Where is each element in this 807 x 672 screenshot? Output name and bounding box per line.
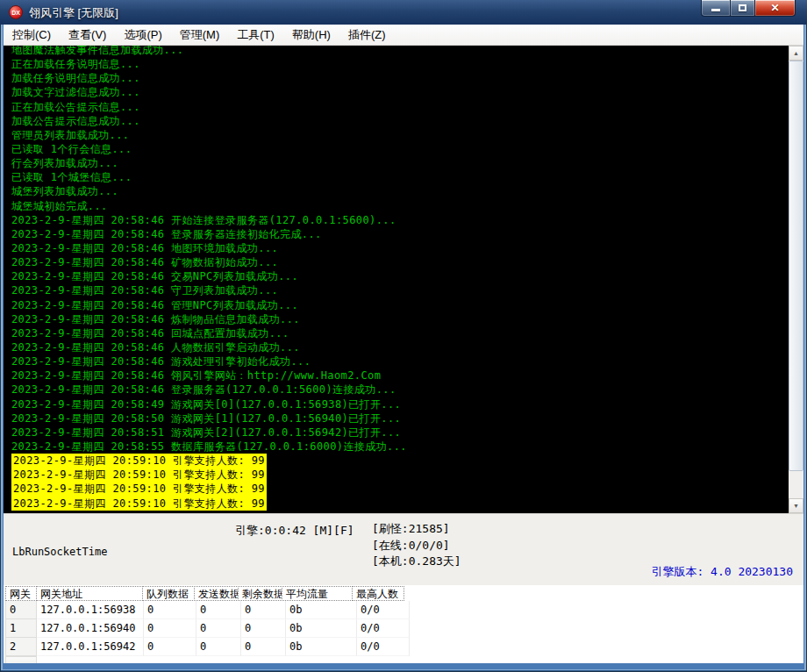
window-title: 翎风引擎 [无限版] xyxy=(29,5,118,21)
log-line: 2023-2-9-星期四 20:59:10 引擎支持人数: 99 xyxy=(11,454,789,468)
log-line: 加载任务说明信息成功... xyxy=(11,71,789,85)
scroll-down-icon[interactable]: ▼ xyxy=(789,498,803,513)
menu-item-plugins[interactable]: 插件(Z) xyxy=(339,25,395,46)
gateway-row[interactable]: 0127.0.0.1:569380000b0/0 xyxy=(5,601,803,619)
log-line: 2023-2-9-星期四 20:58:51 游戏网关[2](127.0.0.1:… xyxy=(11,425,789,440)
maximize-button[interactable] xyxy=(730,0,755,17)
menu-item-manage[interactable]: 管理(M) xyxy=(171,25,229,46)
log-line: 2023-2-9-星期四 20:58:55 数据库服务器(127.0.0.1:6… xyxy=(11,440,789,454)
log-line: 2023-2-9-星期四 20:58:46 人物数据引擎启动成功... xyxy=(11,340,789,354)
row-header-cell: 1 xyxy=(5,619,37,638)
cell: 0 xyxy=(241,638,286,656)
cell: 0/0 xyxy=(357,619,410,638)
cell: 0 xyxy=(196,619,241,638)
menu-item-tools[interactable]: 工具(T) xyxy=(228,25,283,46)
log-line: 2023-2-9-星期四 20:58:46 开始连接登录服务器(127.0.0.… xyxy=(11,213,789,227)
cell: 0 xyxy=(144,619,196,638)
log-line: 2023-2-9-星期四 20:58:50 游戏网关[1](127.0.0.1:… xyxy=(11,411,789,425)
cell: 0 xyxy=(144,638,196,656)
gateway-row[interactable]: 1127.0.0.1:569400000b0/0 xyxy=(5,619,803,638)
log-lines: 地图魔法触发事件信息加载成功...正在加载任务说明信息...加载任务说明信息成功… xyxy=(4,46,789,511)
log-line: 地图魔法触发事件信息加载成功... xyxy=(11,46,789,57)
cell: 0b xyxy=(286,601,357,619)
close-icon: ✕ xyxy=(770,3,779,13)
window-controls: ✕ xyxy=(701,0,796,17)
log-line: 已读取 1个行会信息... xyxy=(11,142,789,156)
menu-item-view[interactable]: 查看(V) xyxy=(60,25,115,46)
cell: 0/0 xyxy=(357,601,410,619)
column-header[interactable]: 网关地址 xyxy=(36,586,143,601)
scrollbar-thumb[interactable] xyxy=(789,61,803,471)
log-line: 2023-2-9-星期四 20:58:46 登录服务器(127.0.0.1:56… xyxy=(11,382,789,397)
cell: 0b xyxy=(286,638,357,656)
log-line: 已读取 1个城堡信息... xyxy=(11,170,789,184)
cell: 127.0.0.1:56940 xyxy=(37,619,144,638)
column-header[interactable]: 队列数据 xyxy=(142,586,195,601)
log-line: 正在加载任务说明信息... xyxy=(11,57,789,71)
log-line: 行会列表加载成功... xyxy=(11,156,789,170)
cell: 127.0.0.1:56938 xyxy=(37,601,144,619)
socket-time-label: LbRunSocketTime xyxy=(12,545,323,559)
log-line: 城堡城初始完成... xyxy=(11,199,789,213)
minimize-icon xyxy=(711,9,720,11)
log-line: 2023-2-9-星期四 20:58:46 守卫列表加载成功... xyxy=(11,283,789,297)
app-window: DX 翎风引擎 [无限版] ✕ 控制(C)查看(V)选项(P)管理(M)工具(T… xyxy=(0,0,807,672)
cell: 0 xyxy=(196,638,241,656)
cell: 0 xyxy=(196,601,241,619)
menu-bar: 控制(C)查看(V)选项(P)管理(M)工具(T)帮助(H)插件(Z) xyxy=(4,25,803,46)
minimize-button[interactable] xyxy=(701,0,730,17)
log-line: 加载文字过滤信息成功... xyxy=(11,85,789,99)
app-icon: DX xyxy=(9,5,23,19)
gateway-row[interactable]: 2127.0.0.1:569420000b0/0 xyxy=(5,638,803,656)
menu-item-options[interactable]: 选项(P) xyxy=(115,25,170,46)
server-stats: [刷怪:21585] [在线:0/0/0] [本机:0.283天] xyxy=(372,521,461,570)
cell: 0 xyxy=(241,619,286,638)
log-line: 2023-2-9-星期四 20:58:46 游戏处理引擎初始化成功... xyxy=(11,354,789,368)
row-header-cell: 0 xyxy=(5,601,37,619)
log-line: 加载公告提示信息成功... xyxy=(11,114,789,128)
row-header-cell: 2 xyxy=(5,638,37,656)
cell: 0/0 xyxy=(357,638,410,656)
log-line: 城堡列表加载成功... xyxy=(11,184,789,198)
cell: 0b xyxy=(286,619,357,638)
cell: 127.0.0.1:56942 xyxy=(37,638,144,656)
log-line: 2023-2-9-星期四 20:58:46 翎风引擎网站：http://www.… xyxy=(11,368,789,382)
log-area[interactable]: 地图魔法触发事件信息加载成功...正在加载任务说明信息...加载任务说明信息成功… xyxy=(4,46,803,513)
log-line: 2023-2-9-星期四 20:58:49 游戏网关[0](127.0.0.1:… xyxy=(11,397,789,411)
column-header[interactable]: 网关 xyxy=(5,586,37,601)
spawn-count: [刷怪:21585] xyxy=(372,521,461,538)
log-line: 2023-2-9-星期四 20:58:46 登录服务器连接初始化完成... xyxy=(11,227,789,241)
menu-item-control[interactable]: 控制(C) xyxy=(4,25,60,46)
log-line: 2023-2-9-星期四 20:58:46 矿物数据初始成功... xyxy=(11,255,789,269)
column-header[interactable]: 最高人数 xyxy=(352,586,404,601)
online-count: [在线:0/0/0] xyxy=(372,538,461,554)
log-line: 正在加载公告提示信息... xyxy=(11,100,789,114)
log-scrollbar[interactable]: ▲ ▼ xyxy=(789,46,803,513)
gateway-table: 网关网关地址队列数据发送数据剩余数据平均流量最高人数 0127.0.0.1:56… xyxy=(4,585,803,663)
log-line: 2023-2-9-星期四 20:59:10 引擎支持人数: 99 xyxy=(11,497,789,511)
log-line: 2023-2-9-星期四 20:58:46 地图环境加载成功... xyxy=(11,241,789,255)
column-header[interactable]: 平均流量 xyxy=(282,586,353,601)
machine-uptime: [本机:0.283天] xyxy=(372,554,461,570)
close-button[interactable]: ✕ xyxy=(755,0,796,17)
status-panel: LbRunSocketTime Run65/21 Soc0/0 Usr0/15 … xyxy=(4,513,803,585)
column-header[interactable]: 发送数据 xyxy=(194,586,239,601)
maximize-icon xyxy=(739,4,746,11)
log-line: 2023-2-9-星期四 20:59:10 引擎支持人数: 99 xyxy=(11,482,789,496)
engine-version: 引擎版本: 4.0 20230130 xyxy=(651,564,793,580)
log-line: 2023-2-9-星期四 20:58:46 炼制物品信息加载成功... xyxy=(11,312,789,326)
cell: 0 xyxy=(241,601,286,619)
title-bar[interactable]: DX 翎风引擎 [无限版] ✕ xyxy=(0,0,807,25)
log-line: 2023-2-9-星期四 20:58:46 交易NPC列表加载成功... xyxy=(11,269,789,283)
column-header[interactable]: 剩余数据 xyxy=(238,586,282,601)
log-line: 2023-2-9-星期四 20:58:46 管理NPC列表加载成功... xyxy=(11,298,789,312)
cell: 0 xyxy=(144,601,196,619)
gateway-table-header: 网关网关地址队列数据发送数据剩余数据平均流量最高人数 xyxy=(5,585,803,601)
scroll-up-icon[interactable]: ▲ xyxy=(789,46,803,61)
log-line: 管理员列表加载成功... xyxy=(11,128,789,142)
log-line: 2023-2-9-星期四 20:59:10 引擎支持人数: 99 xyxy=(11,468,789,482)
menu-item-help[interactable]: 帮助(H) xyxy=(283,25,339,46)
gateway-table-body: 0127.0.0.1:569380000b0/01127.0.0.1:56940… xyxy=(4,601,803,656)
engine-uptime: 引擎:0:0:42 [M][F] xyxy=(235,523,354,539)
empty-row-header xyxy=(5,656,37,663)
